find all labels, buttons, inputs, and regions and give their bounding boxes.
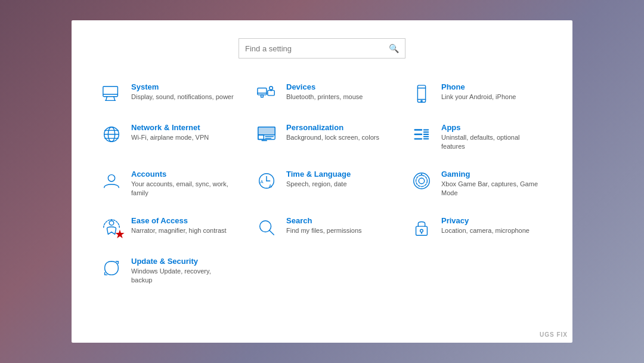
svg-line-44 <box>270 230 274 235</box>
svg-point-41 <box>419 178 424 183</box>
svg-rect-8 <box>261 95 264 97</box>
gaming-title: Gaming <box>441 170 544 179</box>
apps-icon <box>410 123 433 146</box>
network-desc: Wi-Fi, airplane mode, VPN <box>131 133 209 142</box>
system-desc: Display, sound, notifications, power <box>131 93 234 101</box>
apps-title: Apps <box>441 123 544 132</box>
setting-item-phone[interactable]: Phone Link your Android, iPhone <box>405 76 549 111</box>
gaming-desc: Xbox Game Bar, captures, Game Mode <box>441 180 544 198</box>
ease-text: Ease of Access Narrator, magnifier, high… <box>131 216 227 235</box>
personalization-icon <box>255 123 278 146</box>
time-icon: A A <box>255 170 278 192</box>
gaming-icon <box>410 170 433 192</box>
phone-icon <box>410 82 433 105</box>
setting-item-gaming[interactable]: Gaming Xbox Game Bar, captures, Game Mod… <box>405 164 549 204</box>
search-input[interactable] <box>245 44 389 53</box>
svg-point-40 <box>416 175 428 186</box>
setting-item-search[interactable]: Search Find my files, permissions <box>250 210 394 245</box>
network-icon <box>100 123 123 146</box>
network-text: Network & Internet Wi-Fi, airplane mode,… <box>131 123 209 142</box>
setting-item-ease[interactable]: ★ Ease of Access Narrator, magnifier, hi… <box>95 210 239 245</box>
privacy-icon <box>410 216 433 239</box>
svg-point-42 <box>109 220 114 225</box>
watermark: UGS FIX <box>540 331 568 338</box>
setting-item-devices[interactable]: Devices Bluetooth, printers, mouse <box>250 76 394 111</box>
svg-rect-21 <box>258 127 275 135</box>
ease-icon: ★ <box>100 216 123 239</box>
search-bar[interactable]: 🔍 <box>239 38 405 59</box>
apps-desc: Uninstall, defaults, optional features <box>441 133 544 152</box>
setting-item-system[interactable]: System Display, sound, notifications, po… <box>95 76 239 111</box>
apps-text: Apps Uninstall, defaults, optional featu… <box>441 123 544 152</box>
privacy-title: Privacy <box>441 216 530 225</box>
accounts-icon <box>100 170 123 192</box>
devices-title: Devices <box>286 82 363 91</box>
devices-text: Devices Bluetooth, printers, mouse <box>286 82 363 101</box>
system-text: System Display, sound, notifications, po… <box>131 82 234 101</box>
svg-point-33 <box>108 174 114 181</box>
accounts-text: Accounts Your accounts, email, sync, wor… <box>131 170 234 198</box>
setting-item-personalization[interactable]: Personalization Background, lock screen,… <box>250 117 394 158</box>
search-icon: 🔍 <box>389 44 399 53</box>
svg-point-9 <box>270 87 273 90</box>
accounts-desc: Your accounts, email, sync, work, family <box>131 180 234 198</box>
time-title: Time & Language <box>286 170 351 179</box>
search-title: Search <box>286 216 362 225</box>
phone-desc: Link your Android, iPhone <box>441 93 516 101</box>
gaming-text: Gaming Xbox Game Bar, captures, Game Mod… <box>441 170 544 198</box>
svg-point-14 <box>421 100 422 101</box>
phone-title: Phone <box>441 82 516 91</box>
search-desc: Find my files, permissions <box>286 226 362 235</box>
setting-item-accounts[interactable]: Accounts Your accounts, email, sync, wor… <box>95 164 239 204</box>
devices-icon <box>255 82 278 105</box>
svg-point-46 <box>420 229 423 232</box>
svg-rect-0 <box>103 87 118 97</box>
setting-item-update[interactable]: Update & Security Windows Update, recove… <box>95 251 239 291</box>
setting-item-time[interactable]: A A Time & Language Speech, region, date <box>250 164 394 204</box>
personalization-text: Personalization Background, lock screen,… <box>286 123 379 142</box>
svg-rect-5 <box>258 88 267 95</box>
svg-line-1 <box>106 97 107 101</box>
update-desc: Windows Update, recovery, backup <box>131 267 234 285</box>
red-star-annotation: ★ <box>114 228 125 240</box>
time-desc: Speech, region, date <box>286 180 351 189</box>
update-title: Update & Security <box>131 257 234 266</box>
system-title: System <box>131 82 234 91</box>
search-setting-icon <box>255 216 278 239</box>
settings-window: 🔍 System Display, sound, notifications, … <box>72 20 572 343</box>
time-text: Time & Language Speech, region, date <box>286 170 351 189</box>
personalization-desc: Background, lock screen, colors <box>286 133 379 142</box>
update-text: Update & Security Windows Update, recove… <box>131 257 234 285</box>
privacy-text: Privacy Location, camera, microphone <box>441 216 530 235</box>
privacy-desc: Location, camera, microphone <box>441 226 530 235</box>
svg-rect-22 <box>258 135 264 140</box>
ease-title: Ease of Access <box>131 216 227 225</box>
update-icon <box>100 257 123 279</box>
network-title: Network & Internet <box>131 123 209 132</box>
setting-item-network[interactable]: Network & Internet Wi-Fi, airplane mode,… <box>95 117 239 158</box>
settings-grid: System Display, sound, notifications, po… <box>95 76 549 291</box>
setting-item-privacy[interactable]: Privacy Location, camera, microphone <box>405 210 549 245</box>
svg-line-2 <box>114 97 115 101</box>
accounts-title: Accounts <box>131 170 234 179</box>
setting-item-apps[interactable]: Apps Uninstall, defaults, optional featu… <box>405 117 549 158</box>
ease-desc: Narrator, magnifier, high contrast <box>131 226 227 235</box>
phone-text: Phone Link your Android, iPhone <box>441 82 516 101</box>
personalization-title: Personalization <box>286 123 379 132</box>
search-text: Search Find my files, permissions <box>286 216 362 235</box>
system-icon <box>100 82 123 105</box>
svg-text:A: A <box>261 179 264 184</box>
devices-desc: Bluetooth, printers, mouse <box>286 93 363 101</box>
